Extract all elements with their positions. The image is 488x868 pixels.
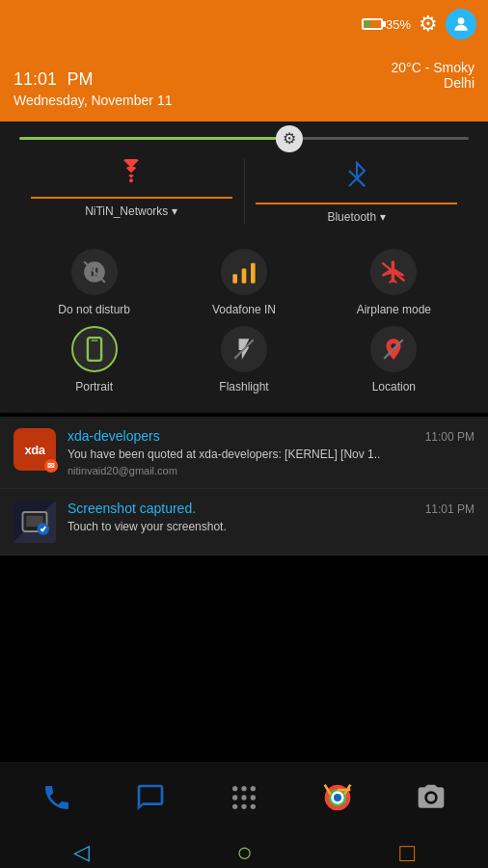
screenshot-header: Screenshot captured. 11:01 PM bbox=[68, 501, 474, 516]
battery-percent: 35% bbox=[386, 17, 411, 32]
time-section: 11:01 PM Wednesday, November 11 bbox=[14, 54, 172, 108]
date-label: Wednesday, November 11 bbox=[14, 93, 172, 108]
svg-point-0 bbox=[458, 17, 465, 24]
bt-divider bbox=[256, 203, 457, 204]
xda-sub: nitinvaid20@gmail.com bbox=[68, 465, 474, 476]
brightness-slider[interactable] bbox=[19, 137, 469, 140]
svg-point-22 bbox=[232, 804, 237, 809]
bottom-bar: ◁ ○ □ bbox=[0, 762, 488, 868]
messages-app-icon[interactable] bbox=[126, 773, 175, 822]
toggle-grid: Do not disturb Vodafone IN Airplane m bbox=[19, 249, 469, 393]
time-bar: 11:01 PM Wednesday, November 11 20°C - S… bbox=[0, 48, 488, 122]
svg-rect-5 bbox=[232, 274, 237, 283]
screenshot-text: Touch to view your screenshot. bbox=[68, 519, 474, 535]
dnd-label: Do not disturb bbox=[58, 303, 130, 316]
battery-icon bbox=[362, 18, 383, 30]
bluetooth-section[interactable]: Bluetooth ▾ bbox=[245, 159, 470, 224]
portrait-label: Portrait bbox=[75, 380, 113, 393]
wifi-label: NiTiN_Networks ▾ bbox=[85, 204, 177, 218]
screenshot-preview bbox=[14, 501, 56, 543]
xda-title: xda-developers bbox=[68, 428, 160, 444]
status-bar: 35% ⚙ bbox=[0, 0, 488, 48]
screenshot-title: Screenshot captured. bbox=[68, 501, 196, 516]
xda-text: You have been quoted at xda-developers: … bbox=[68, 447, 474, 463]
avatar[interactable] bbox=[446, 9, 476, 40]
camera-app-icon[interactable] bbox=[407, 773, 455, 822]
airplane-icon bbox=[370, 249, 417, 295]
xda-badge: ✉ bbox=[44, 459, 58, 473]
wifi-section[interactable]: NiTiN_Networks ▾ bbox=[19, 159, 244, 224]
toggle-portrait[interactable]: Portrait bbox=[19, 326, 169, 393]
svg-point-17 bbox=[241, 786, 246, 791]
svg-point-23 bbox=[241, 804, 246, 809]
xda-header: xda-developers 11:00 PM bbox=[68, 428, 474, 444]
weather-label: 20°C - Smoky bbox=[391, 60, 474, 75]
svg-point-27 bbox=[334, 794, 341, 801]
svg-point-21 bbox=[251, 795, 256, 800]
navigation-bar: ◁ ○ □ bbox=[0, 829, 488, 868]
battery-indicator: 35% bbox=[362, 17, 411, 32]
notifications-panel: xda ✉ xda-developers 11:00 PM You have b… bbox=[0, 417, 488, 556]
quick-settings-panel: NiTiN_Networks ▾ Bluetooth ▾ bbox=[0, 122, 488, 413]
location-label: Location bbox=[372, 380, 416, 393]
apps-icon[interactable] bbox=[220, 773, 268, 822]
network-row: NiTiN_Networks ▾ Bluetooth ▾ bbox=[19, 159, 469, 233]
svg-rect-7 bbox=[251, 263, 256, 284]
svg-point-16 bbox=[232, 786, 237, 791]
city-label: Delhi bbox=[391, 75, 474, 91]
svg-point-18 bbox=[251, 786, 256, 791]
toggle-location[interactable]: Location bbox=[319, 326, 469, 393]
wifi-icon bbox=[116, 159, 147, 191]
svg-point-1 bbox=[129, 178, 133, 182]
screenshot-icon bbox=[14, 501, 56, 543]
recent-button[interactable]: □ bbox=[399, 838, 415, 868]
brightness-thumb[interactable] bbox=[276, 125, 303, 152]
notification-screenshot[interactable]: Screenshot captured. 11:01 PM Touch to v… bbox=[0, 489, 488, 556]
xda-content: xda-developers 11:00 PM You have been qu… bbox=[68, 428, 474, 476]
flashlight-icon bbox=[221, 326, 267, 372]
wifi-divider bbox=[31, 197, 232, 199]
bluetooth-icon bbox=[345, 159, 368, 197]
battery-fill bbox=[365, 21, 370, 27]
settings-icon[interactable]: ⚙ bbox=[419, 12, 438, 37]
brightness-row bbox=[19, 137, 469, 140]
airplane-label: Airplane mode bbox=[357, 303, 431, 316]
svg-point-24 bbox=[251, 804, 256, 809]
svg-rect-6 bbox=[242, 269, 247, 284]
svg-point-20 bbox=[241, 795, 246, 800]
screenshot-time: 11:01 PM bbox=[425, 502, 474, 516]
home-button[interactable]: ○ bbox=[236, 837, 253, 868]
weather-section: 20°C - Smoky Delhi bbox=[391, 60, 474, 91]
toggle-vodafone[interactable]: Vodafone IN bbox=[169, 249, 318, 316]
toggle-flashlight[interactable]: Flashlight bbox=[169, 326, 318, 393]
toggle-airplane[interactable]: Airplane mode bbox=[319, 249, 469, 316]
notification-xda[interactable]: xda ✉ xda-developers 11:00 PM You have b… bbox=[0, 417, 488, 489]
phone-app-icon[interactable] bbox=[33, 773, 81, 822]
portrait-icon bbox=[71, 326, 118, 372]
screenshot-content: Screenshot captured. 11:01 PM Touch to v… bbox=[68, 501, 474, 535]
chrome-app-icon[interactable] bbox=[313, 773, 362, 822]
flashlight-label: Flashlight bbox=[219, 380, 268, 393]
bt-label: Bluetooth ▾ bbox=[327, 210, 386, 224]
vodafone-label: Vodafone IN bbox=[212, 303, 276, 316]
svg-point-28 bbox=[427, 794, 435, 801]
toggle-do-not-disturb[interactable]: Do not disturb bbox=[19, 249, 169, 316]
vodafone-icon bbox=[221, 249, 267, 295]
location-icon bbox=[370, 326, 417, 372]
dnd-icon bbox=[71, 249, 118, 295]
status-icons: 35% ⚙ bbox=[362, 9, 476, 40]
clock: 11:01 PM bbox=[14, 54, 172, 91]
app-tray bbox=[0, 762, 488, 829]
svg-point-19 bbox=[232, 795, 237, 800]
back-button[interactable]: ◁ bbox=[73, 840, 90, 865]
xda-app-icon: xda ✉ bbox=[14, 428, 56, 471]
svg-rect-10 bbox=[91, 340, 97, 341]
xda-time: 11:00 PM bbox=[425, 430, 474, 444]
